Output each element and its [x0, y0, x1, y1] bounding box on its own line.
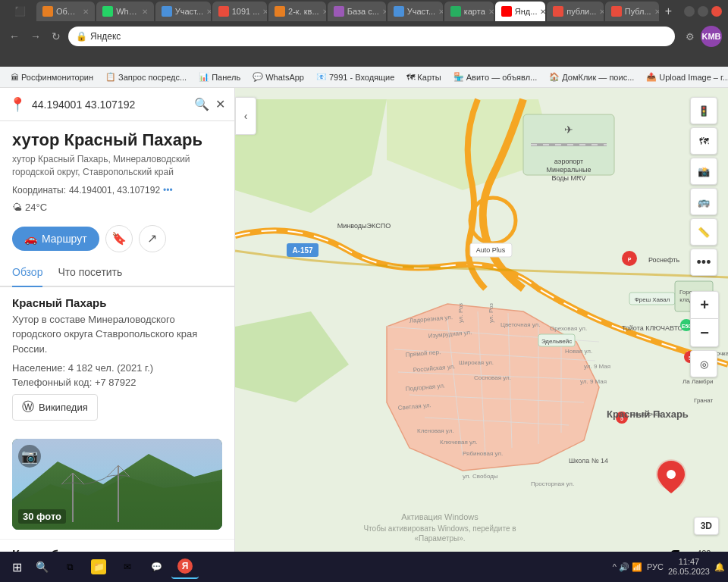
bookmark-upload[interactable]: 📤Upload Image – г... — [642, 70, 728, 83]
zoom-in-btn[interactable]: + — [691, 292, 718, 319]
time-display: 11:47 — [668, 557, 710, 567]
svg-text:Новая ул.: Новая ул. — [565, 348, 592, 355]
svg-text:Ореховая ул.: Ореховая ул. — [550, 325, 587, 332]
task-view-icon: ⧉ — [62, 559, 77, 574]
place-subtitle: хутор Красный Пахарь, Минераловодский го… — [0, 153, 234, 182]
bookmark-rosfinmonitoring[interactable]: 🏛Росфинмониторин — [6, 71, 98, 83]
tab-2[interactable]: Whats...✕ — [96, 2, 154, 21]
svg-text:ул. Свободы: ул. Свободы — [463, 473, 498, 480]
tab-1[interactable]: Объяв...✕ — [36, 2, 95, 21]
bookmark-domclick[interactable]: 🏠ДомКлик — поис... — [544, 70, 639, 83]
taskbar-browser[interactable]: Я — [171, 555, 199, 579]
layers-btn[interactable]: 🗺 — [690, 127, 717, 155]
photo-camera-icon: 📷 — [18, 445, 41, 468]
minimize-btn[interactable] — [684, 6, 695, 17]
svg-text:аэропорт: аэропорт — [554, 158, 583, 165]
svg-text:✈: ✈ — [564, 124, 573, 136]
info-section: Красный Пахарь Хутор в составе Минералов… — [0, 287, 234, 430]
bookmark-maps[interactable]: 🗺Карты — [402, 71, 445, 83]
maximize-btn[interactable] — [698, 6, 708, 17]
browser-icon: Я — [177, 559, 193, 574]
taskbar-lang: РУС — [647, 562, 664, 571]
tab-9-active[interactable]: Янд...✕ — [495, 2, 545, 21]
more-btn[interactable]: ••• — [690, 249, 717, 276]
map-3d-btn[interactable]: 3D — [694, 517, 719, 535]
tab-visit-btn[interactable]: Что посетить — [58, 258, 122, 286]
tab-11[interactable]: Публ...✕ — [605, 2, 659, 21]
photo-block[interactable]: 📷 30 фото — [12, 439, 222, 530]
search-btn[interactable]: 🔍 — [194, 97, 209, 111]
bookmark-whatsapp[interactable]: 💬WhatsApp — [248, 70, 309, 83]
back-btn[interactable]: ← — [6, 29, 23, 44]
left-panel: 📍 44.194001 43.107192 🔍 ✕ хутор Красный … — [0, 88, 235, 580]
svg-text:Ключевая ул.: Ключевая ул. — [440, 439, 478, 446]
bookmark-mail[interactable]: 📧7991 - Входящие — [312, 70, 399, 83]
map-area[interactable]: А-157 ✈ а — [235, 88, 728, 580]
map-expand-btn[interactable]: ‹ — [235, 97, 256, 135]
tab-10[interactable]: публи...✕ — [547, 2, 603, 21]
explorer-icon: 📁 — [91, 559, 106, 574]
svg-text:Фреш Хавал: Фреш Хавал — [635, 296, 670, 303]
weather-icon: 🌤 — [12, 202, 22, 213]
svg-text:Воды MRV: Воды MRV — [552, 174, 586, 182]
taskbar-task-view[interactable]: ⧉ — [56, 555, 83, 579]
taskbar: ⊞ 🔍 ⧉ 📁 ✉ 💬 Я ^ 🔊 📶 РУС 11:47 26.05.2023… — [0, 552, 728, 582]
clear-btn[interactable]: ✕ — [215, 97, 225, 111]
new-tab-btn[interactable]: + — [659, 2, 678, 21]
camera-btn[interactable]: 📸 — [690, 158, 717, 185]
route-icon: 🚗 — [24, 233, 37, 245]
share-btn[interactable]: ↗ — [139, 225, 166, 252]
tab-4[interactable]: 1091 ...✕ — [212, 2, 267, 21]
tab-3[interactable]: Участ...✕ — [155, 2, 211, 21]
bookmark-request[interactable]: 📋Запрос посредс... — [101, 70, 191, 83]
tab-overview-btn[interactable]: Обзор — [12, 258, 42, 287]
population-value: 4 182 чел. (2021 г.) — [68, 362, 153, 374]
svg-text:Рябиновая ул.: Рябиновая ул. — [463, 450, 503, 457]
address-bar[interactable]: 🔒 Яндекс — [68, 27, 675, 46]
tab-8[interactable]: карта✕ — [444, 2, 494, 21]
tab-7[interactable]: Участ...✕ — [388, 2, 443, 21]
close-btn[interactable] — [711, 6, 722, 17]
map-svg: А-157 ✈ а — [235, 88, 728, 580]
taskbar-mail[interactable]: ✉ — [114, 555, 141, 579]
ruler-btn[interactable]: 📏 — [690, 218, 717, 246]
svg-text:Просторная ул.: Просторная ул. — [531, 480, 574, 487]
coords-more-btn[interactable]: ••• — [163, 185, 173, 196]
bookmark-btn[interactable]: 🔖 — [105, 225, 133, 252]
svg-text:Сосновая ул.: Сосновая ул. — [474, 374, 511, 381]
locate-btn[interactable]: ◎ — [690, 350, 717, 377]
taskbar-chat[interactable]: 💬 — [143, 555, 170, 579]
transport-btn[interactable]: 🚌 — [690, 188, 717, 215]
tab-6[interactable]: База с...✕ — [328, 2, 386, 21]
bookmark-avito[interactable]: 🏪Авито — объявл... — [449, 70, 542, 83]
svg-text:ул. Роз: ул. Роз — [457, 303, 464, 323]
zoom-out-btn[interactable]: − — [691, 319, 718, 346]
reload-btn[interactable]: ↻ — [49, 29, 64, 44]
route-btn[interactable]: 🚗 Маршрут — [12, 227, 99, 251]
forward-btn[interactable]: → — [27, 29, 44, 44]
svg-text:Эдельвейс: Эдельвейс — [541, 338, 572, 345]
search-coord-text: 44.194001 43.107192 — [32, 99, 188, 111]
taskbar-search-btn[interactable]: 🔍 — [30, 555, 53, 579]
tab-5[interactable]: 2-к. кв...✕ — [268, 2, 326, 21]
start-btn[interactable]: ⊞ — [3, 555, 30, 579]
map-controls: 🚦 🗺 📸 🚌 📏 ••• + − ◎ — [690, 97, 719, 377]
svg-text:ул. 9 Мая: ул. 9 Мая — [584, 363, 610, 370]
info-desc: Хутор в составе Минераловодского городск… — [12, 312, 222, 357]
extensions-btn[interactable]: ⚙ — [684, 30, 696, 44]
wiki-btn[interactable]: Ⓦ Википедия — [12, 394, 98, 421]
svg-text:Auto Plus: Auto Plus — [476, 246, 506, 254]
svg-text:«Параметры».: «Параметры». — [414, 534, 465, 543]
wiki-icon: Ⓦ — [22, 399, 34, 415]
taskbar-explorer[interactable]: 📁 — [85, 555, 112, 579]
phone-row: Телефонный код: +7 87922 — [12, 377, 222, 388]
svg-text:Активация Windows: Активация Windows — [401, 512, 479, 521]
profile-avatar[interactable]: KMB — [701, 26, 722, 47]
svg-text:ул. Роз: ул. Роз — [488, 303, 494, 323]
bookmark-panel[interactable]: 📊Панель — [194, 70, 245, 83]
weather-temp: 24°C — [25, 202, 47, 213]
window-controls — [684, 6, 722, 17]
traffic-btn[interactable]: 🚦 — [690, 97, 717, 124]
place-tabs: Обзор Что посетить — [0, 258, 234, 287]
notifications-icon[interactable]: 🔔 — [714, 562, 725, 572]
